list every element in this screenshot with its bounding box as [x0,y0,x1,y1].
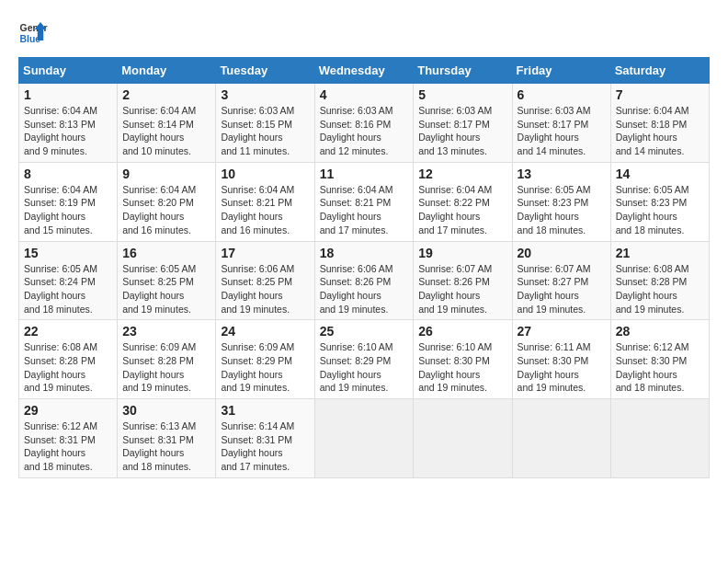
calendar-header-saturday: Saturday [610,58,709,84]
day-detail: Sunrise: 6:05 AMSunset: 8:23 PMDaylight … [518,184,591,236]
day-number: 17 [221,246,309,260]
day-number: 5 [418,87,506,102]
calendar-day-empty [512,399,610,478]
calendar-day-empty [314,399,414,478]
day-detail: Sunrise: 6:07 AMSunset: 8:26 PMDaylight … [418,263,492,315]
calendar-day-17: 17Sunrise: 6:06 AMSunset: 8:25 PMDayligh… [216,241,314,320]
calendar-week-1: 1Sunrise: 6:04 AMSunset: 8:13 PMDaylight… [19,84,710,163]
day-detail: Sunrise: 6:07 AMSunset: 8:27 PMDaylight … [518,263,591,315]
calendar-day-16: 16Sunrise: 6:05 AMSunset: 8:25 PMDayligh… [118,241,216,320]
calendar-day-11: 11Sunrise: 6:04 AMSunset: 8:21 PMDayligh… [314,162,414,241]
day-number: 18 [320,246,409,260]
calendar-day-25: 25Sunrise: 6:10 AMSunset: 8:29 PMDayligh… [314,320,414,399]
day-number: 3 [221,87,309,102]
day-detail: Sunrise: 6:04 AMSunset: 8:14 PMDaylight … [122,105,196,156]
calendar-day-5: 5Sunrise: 6:03 AMSunset: 8:17 PMDaylight… [414,84,512,163]
day-number: 15 [24,246,112,260]
day-number: 10 [221,167,309,181]
day-detail: Sunrise: 6:11 AMSunset: 8:30 PMDaylight … [518,341,591,393]
calendar-header-wednesday: Wednesday [314,58,414,84]
day-detail: Sunrise: 6:10 AMSunset: 8:30 PMDaylight … [418,341,492,393]
day-detail: Sunrise: 6:05 AMSunset: 8:23 PMDaylight … [616,184,689,236]
calendar-header-monday: Monday [118,58,216,84]
day-detail: Sunrise: 6:13 AMSunset: 8:31 PMDaylight … [122,420,196,472]
day-number: 14 [616,167,704,181]
calendar-week-2: 8Sunrise: 6:04 AMSunset: 8:19 PMDaylight… [19,162,710,241]
calendar-day-20: 20Sunrise: 6:07 AMSunset: 8:27 PMDayligh… [512,241,610,320]
day-number: 30 [122,403,210,418]
calendar-header-tuesday: Tuesday [216,58,314,84]
calendar-day-19: 19Sunrise: 6:07 AMSunset: 8:26 PMDayligh… [414,241,512,320]
day-number: 6 [518,87,606,102]
calendar-day-empty [610,399,709,478]
calendar-day-7: 7Sunrise: 6:04 AMSunset: 8:18 PMDaylight… [610,84,709,163]
day-detail: Sunrise: 6:04 AMSunset: 8:21 PMDaylight … [221,184,294,236]
calendar-day-14: 14Sunrise: 6:05 AMSunset: 8:23 PMDayligh… [610,162,709,241]
day-number: 8 [24,167,112,181]
day-detail: Sunrise: 6:04 AMSunset: 8:13 PMDaylight … [24,105,97,156]
day-detail: Sunrise: 6:08 AMSunset: 8:28 PMDaylight … [24,341,97,393]
calendar-day-28: 28Sunrise: 6:12 AMSunset: 8:30 PMDayligh… [610,320,709,399]
calendar-day-27: 27Sunrise: 6:11 AMSunset: 8:30 PMDayligh… [512,320,610,399]
day-number: 4 [320,87,409,102]
day-detail: Sunrise: 6:09 AMSunset: 8:29 PMDaylight … [221,341,294,393]
day-number: 28 [616,324,704,339]
calendar-day-29: 29Sunrise: 6:12 AMSunset: 8:31 PMDayligh… [19,399,118,478]
day-number: 23 [122,324,210,339]
day-detail: Sunrise: 6:14 AMSunset: 8:31 PMDaylight … [221,420,294,472]
calendar-week-4: 22Sunrise: 6:08 AMSunset: 8:28 PMDayligh… [19,320,710,399]
day-number: 27 [518,324,606,339]
day-detail: Sunrise: 6:04 AMSunset: 8:22 PMDaylight … [418,184,492,236]
calendar-day-empty [414,399,512,478]
calendar-day-4: 4Sunrise: 6:03 AMSunset: 8:16 PMDaylight… [314,84,414,163]
day-detail: Sunrise: 6:06 AMSunset: 8:26 PMDaylight … [320,263,393,315]
day-detail: Sunrise: 6:05 AMSunset: 8:25 PMDaylight … [122,263,196,315]
day-detail: Sunrise: 6:04 AMSunset: 8:19 PMDaylight … [24,184,97,236]
calendar-day-23: 23Sunrise: 6:09 AMSunset: 8:28 PMDayligh… [118,320,216,399]
calendar-day-30: 30Sunrise: 6:13 AMSunset: 8:31 PMDayligh… [118,399,216,478]
day-number: 16 [122,246,210,260]
calendar-day-10: 10Sunrise: 6:04 AMSunset: 8:21 PMDayligh… [216,162,314,241]
calendar-header-friday: Friday [512,58,610,84]
day-number: 29 [24,403,112,418]
calendar-day-2: 2Sunrise: 6:04 AMSunset: 8:14 PMDaylight… [118,84,216,163]
logo: General Blue [18,18,48,48]
calendar-header-sunday: Sunday [19,58,118,84]
day-detail: Sunrise: 6:05 AMSunset: 8:24 PMDaylight … [24,263,97,315]
calendar-week-3: 15Sunrise: 6:05 AMSunset: 8:24 PMDayligh… [19,241,710,320]
day-detail: Sunrise: 6:12 AMSunset: 8:30 PMDaylight … [616,341,689,393]
calendar-day-22: 22Sunrise: 6:08 AMSunset: 8:28 PMDayligh… [19,320,118,399]
day-detail: Sunrise: 6:09 AMSunset: 8:28 PMDaylight … [122,341,196,393]
day-number: 19 [418,246,506,260]
calendar-day-6: 6Sunrise: 6:03 AMSunset: 8:17 PMDaylight… [512,84,610,163]
calendar-day-13: 13Sunrise: 6:05 AMSunset: 8:23 PMDayligh… [512,162,610,241]
calendar-header-row: SundayMondayTuesdayWednesdayThursdayFrid… [19,58,710,84]
day-number: 9 [122,167,210,181]
calendar-day-15: 15Sunrise: 6:05 AMSunset: 8:24 PMDayligh… [19,241,118,320]
calendar-day-8: 8Sunrise: 6:04 AMSunset: 8:19 PMDaylight… [19,162,118,241]
day-detail: Sunrise: 6:04 AMSunset: 8:21 PMDaylight … [320,184,393,236]
calendar-day-9: 9Sunrise: 6:04 AMSunset: 8:20 PMDaylight… [118,162,216,241]
day-detail: Sunrise: 6:08 AMSunset: 8:28 PMDaylight … [616,263,689,315]
day-number: 20 [518,246,606,260]
logo-icon: General Blue [18,18,48,48]
calendar-day-3: 3Sunrise: 6:03 AMSunset: 8:15 PMDaylight… [216,84,314,163]
day-number: 7 [616,87,704,102]
calendar-day-18: 18Sunrise: 6:06 AMSunset: 8:26 PMDayligh… [314,241,414,320]
day-detail: Sunrise: 6:04 AMSunset: 8:20 PMDaylight … [122,184,196,236]
calendar: SundayMondayTuesdayWednesdayThursdayFrid… [18,57,710,478]
calendar-week-5: 29Sunrise: 6:12 AMSunset: 8:31 PMDayligh… [19,399,710,478]
day-number: 1 [24,87,112,102]
day-detail: Sunrise: 6:03 AMSunset: 8:17 PMDaylight … [518,105,591,156]
day-number: 24 [221,324,309,339]
day-detail: Sunrise: 6:06 AMSunset: 8:25 PMDaylight … [221,263,294,315]
day-detail: Sunrise: 6:04 AMSunset: 8:18 PMDaylight … [616,105,689,156]
calendar-day-31: 31Sunrise: 6:14 AMSunset: 8:31 PMDayligh… [216,399,314,478]
day-number: 22 [24,324,112,339]
day-number: 21 [616,246,704,260]
day-detail: Sunrise: 6:12 AMSunset: 8:31 PMDaylight … [24,420,97,472]
day-detail: Sunrise: 6:03 AMSunset: 8:16 PMDaylight … [320,105,393,156]
day-number: 12 [418,167,506,181]
day-number: 26 [418,324,506,339]
day-detail: Sunrise: 6:03 AMSunset: 8:15 PMDaylight … [221,105,294,156]
